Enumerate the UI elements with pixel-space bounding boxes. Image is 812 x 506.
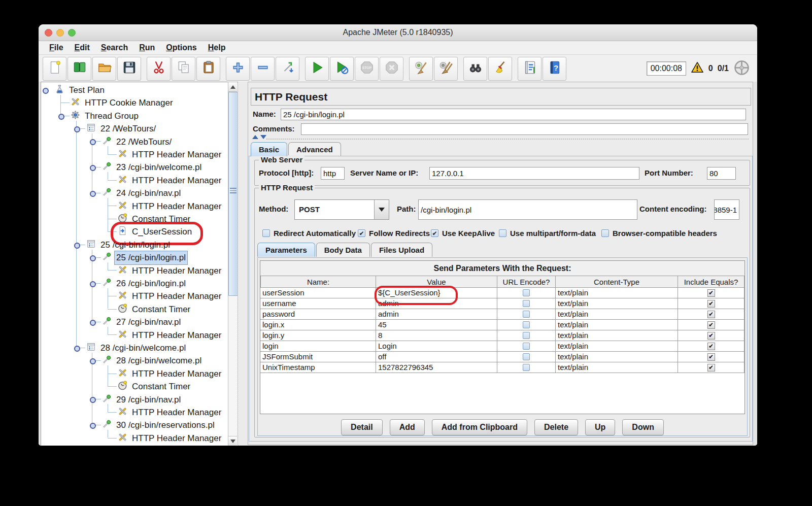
tab-basic[interactable]: Basic	[251, 142, 287, 156]
option-use-multipart-form-data[interactable]: Use multipart/form-data	[499, 229, 596, 238]
url-encode-cell[interactable]	[497, 288, 556, 298]
tree-node-constant-timer[interactable]: Constant Timer	[41, 212, 228, 225]
comments-input[interactable]	[301, 123, 748, 135]
search-reset-button[interactable]	[488, 57, 512, 81]
tree-node-thread-group[interactable]: Thread Group	[41, 109, 228, 122]
tab-body-data[interactable]: Body Data	[316, 243, 370, 257]
delete-button[interactable]: Delete	[534, 419, 578, 435]
templates-button[interactable]	[67, 57, 91, 81]
tree-node-http-header-manager[interactable]: HTTP Header Manager	[41, 289, 228, 302]
include-equals-cell[interactable]: ✔	[678, 298, 745, 309]
tree-node-c-usersession[interactable]: C_UserSession	[41, 225, 228, 238]
checkbox-unchecked-icon[interactable]	[523, 364, 530, 371]
checkbox-checked-icon[interactable]: ✔	[707, 289, 715, 297]
column-header-include-equals-[interactable]: Include Equals?	[678, 276, 745, 288]
tree-node-23-cgi-bin-welcome-pl[interactable]: 23 /cgi-bin/welcome.pl	[41, 160, 228, 173]
comment-splitter[interactable]	[252, 135, 266, 139]
tree-node-http-header-manager[interactable]: HTTP Header Manager	[41, 406, 228, 418]
start-no-timers-button[interactable]	[330, 57, 354, 81]
detail-button[interactable]: Detail	[341, 419, 383, 435]
clear-button[interactable]	[409, 57, 433, 81]
checkbox-unchecked-icon[interactable]	[601, 229, 609, 237]
checkbox-unchecked-icon[interactable]	[523, 332, 530, 339]
param-name-cell[interactable]: login	[260, 341, 376, 352]
option-browser-compatible-headers[interactable]: Browser-compatible headers	[601, 229, 717, 238]
shutdown-button[interactable]	[380, 57, 403, 81]
split-divider[interactable]	[238, 82, 249, 445]
checkbox-unchecked-icon[interactable]	[523, 353, 530, 360]
tree-node-22-webtours-[interactable]: 22 /WebTours/	[41, 122, 228, 134]
param-value-cell[interactable]: 45	[376, 320, 497, 330]
include-equals-cell[interactable]: ✔	[678, 309, 745, 320]
url-encode-cell[interactable]	[497, 362, 556, 373]
param-name-cell[interactable]: login.y	[260, 330, 376, 341]
include-equals-cell[interactable]: ✔	[678, 352, 745, 362]
content-type-cell[interactable]: text/plain	[556, 288, 678, 298]
add-from-clipboard-button[interactable]: Add from Clipboard	[432, 419, 527, 435]
param-name-cell[interactable]: UnixTimestamp	[260, 362, 376, 373]
tree-node-28-cgi-bin-welcome-pl[interactable]: 28 /cgi-bin/welcome.pl	[41, 354, 228, 366]
content-encoding-input[interactable]: ISO-8859-1	[714, 199, 739, 220]
tree-node-http-header-manager[interactable]: HTTP Header Manager	[41, 174, 228, 186]
scroll-down-button[interactable]	[228, 436, 237, 446]
content-type-cell[interactable]: text/plain	[556, 352, 678, 362]
content-type-cell[interactable]: text/plain	[556, 362, 678, 373]
include-equals-cell[interactable]: ✔	[678, 288, 745, 298]
url-encode-cell[interactable]	[497, 330, 556, 341]
help-button[interactable]: ?	[543, 57, 566, 81]
param-name-cell[interactable]: userSession	[260, 288, 376, 298]
server-name-input[interactable]	[429, 167, 639, 180]
param-name-cell[interactable]: username	[260, 298, 376, 309]
include-equals-cell[interactable]: ✔	[678, 341, 745, 352]
content-type-cell[interactable]: text/plain	[556, 341, 678, 352]
tree-scrollbar[interactable]	[228, 82, 239, 446]
checkbox-checked-icon[interactable]: ✔	[707, 364, 715, 372]
option-follow-redirects[interactable]: ✔Follow Redirects	[358, 229, 430, 238]
menu-item-file[interactable]: File	[44, 43, 69, 52]
new-file-button[interactable]	[43, 57, 66, 81]
param-name-cell[interactable]: password	[260, 309, 376, 320]
tree-node-constant-timer[interactable]: Constant Timer	[41, 302, 228, 315]
tree-node-constant-timer[interactable]: Constant Timer	[41, 380, 228, 392]
path-input[interactable]	[418, 199, 637, 220]
protocol-input[interactable]	[321, 167, 345, 180]
checkbox-checked-icon[interactable]: ✔	[431, 229, 438, 237]
save-button[interactable]	[117, 57, 141, 81]
url-encode-cell[interactable]	[497, 298, 556, 309]
checkbox-checked-icon[interactable]: ✔	[358, 229, 365, 237]
up-button[interactable]: Up	[585, 419, 615, 435]
checkbox-checked-icon[interactable]: ✔	[707, 353, 715, 361]
add-button[interactable]: Add	[390, 419, 425, 435]
scroll-up-button[interactable]	[228, 82, 237, 92]
toggle-button[interactable]	[276, 57, 299, 81]
log-warning-icon[interactable]	[691, 61, 704, 76]
checkbox-unchecked-icon[interactable]	[499, 229, 506, 237]
name-input[interactable]	[281, 109, 746, 120]
menu-item-help[interactable]: Help	[202, 43, 231, 52]
checkbox-checked-icon[interactable]: ✔	[707, 300, 715, 308]
checkbox-unchecked-icon[interactable]	[523, 343, 530, 350]
param-value-cell[interactable]: ${C_UserSession}	[376, 288, 497, 298]
column-header-url-encode-[interactable]: URL Encode?	[497, 276, 556, 288]
checkbox-checked-icon[interactable]: ✔	[707, 343, 715, 350]
param-value-cell[interactable]: off	[376, 352, 497, 362]
remove-button[interactable]	[251, 57, 275, 81]
tab-parameters[interactable]: Parameters	[257, 243, 315, 257]
option-redirect-automatically[interactable]: Redirect Automatically	[262, 229, 356, 238]
param-value-cell[interactable]: admin	[376, 309, 497, 320]
tree-node-27-cgi-bin-nav-pl[interactable]: 27 /cgi-bin/nav.pl	[41, 315, 228, 328]
checkbox-unchecked-icon[interactable]	[262, 229, 270, 237]
checkbox-checked-icon[interactable]: ✔	[707, 332, 715, 340]
scrollbar-thumb[interactable]	[228, 92, 238, 296]
tree-node-29-cgi-bin-nav-pl[interactable]: 29 /cgi-bin/nav.pl	[41, 393, 228, 406]
checkbox-unchecked-icon[interactable]	[523, 321, 530, 328]
menu-item-search[interactable]: Search	[95, 43, 133, 52]
param-value-cell[interactable]: 8	[376, 330, 497, 341]
tree-node-26-cgi-bin-login-pl[interactable]: 26 /cgi-bin/login.pl	[41, 277, 228, 289]
param-value-cell[interactable]: 1527822796345	[376, 362, 497, 373]
content-type-cell[interactable]: text/plain	[556, 320, 678, 330]
column-header-content-type[interactable]: Content-Type	[556, 276, 678, 288]
open-folder-button[interactable]	[92, 57, 116, 81]
start-button[interactable]	[305, 57, 329, 81]
stop-button[interactable]: STOP	[355, 57, 379, 81]
